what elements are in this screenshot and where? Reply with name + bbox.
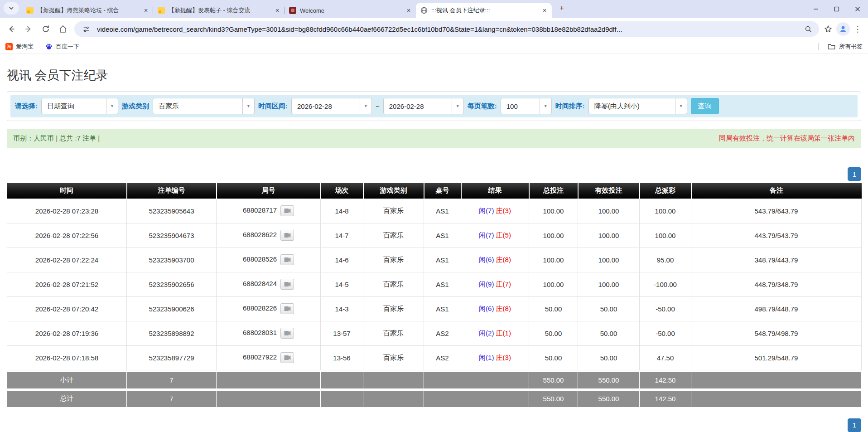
bookmark-baidu[interactable]: 百度一下: [45, 43, 79, 51]
total-total-bet: 550.00: [529, 390, 578, 407]
site-info-icon[interactable]: [80, 23, 92, 35]
bookmark-aitaobao[interactable]: 淘 爱淘宝: [5, 43, 34, 51]
sort-label: 时间排序:: [555, 102, 585, 111]
close-tab-icon[interactable]: ✕: [274, 7, 281, 14]
cell-time: 2026-02-28 07:19:36: [7, 321, 127, 345]
minimize-window-icon[interactable]: [805, 0, 826, 18]
cell-bet-id: 523235898892: [127, 321, 217, 345]
cell-session: 14-6: [321, 248, 363, 272]
col-payout: 总派彩: [640, 183, 691, 199]
tab-welcome[interactable]: Welcome ✕: [285, 3, 416, 18]
search-button[interactable]: 查询: [691, 98, 719, 114]
date-to-select[interactable]: 2026-02-28 ▼: [383, 98, 464, 114]
back-icon[interactable]: [4, 21, 19, 37]
cell-game-type: 百家乐: [363, 296, 424, 321]
tab-bet-record-active[interactable]: :::视讯 会员下注纪录::: ✕: [416, 3, 552, 18]
cell-time: 2026-02-28 07:20:42: [7, 296, 127, 321]
cell-result: 闲(9) 庄(7): [461, 272, 529, 296]
close-tab-icon[interactable]: ✕: [405, 7, 412, 14]
new-tab-button[interactable]: +: [555, 2, 568, 15]
cell-total-bet[interactable]: 100.00: [529, 199, 578, 223]
cell-total-bet[interactable]: 100.00: [529, 223, 578, 248]
round-video-button[interactable]: [280, 230, 294, 241]
profile-avatar-icon[interactable]: [836, 22, 850, 36]
cell-bet-id: 523235902656: [127, 272, 217, 296]
tab-search-button[interactable]: [4, 2, 19, 15]
col-note: 备注: [691, 183, 862, 199]
cell-round-id: 688027922: [217, 345, 321, 370]
table-row: 2026-02-28 07:18:58523235897729688027922…: [7, 345, 862, 370]
cell-total-bet[interactable]: 100.00: [529, 272, 578, 296]
cell-total-bet[interactable]: 50.00: [529, 321, 578, 345]
page-1-button[interactable]: 1: [848, 167, 861, 181]
date-to-value: 2026-02-28: [384, 102, 452, 110]
cell-session: 14-3: [321, 296, 363, 321]
all-bookmarks-label: 所有书签: [839, 43, 863, 51]
browser-menu-icon[interactable]: ⋮: [852, 24, 863, 34]
select-label: 请选择:: [15, 102, 38, 111]
round-video-button[interactable]: [280, 352, 294, 363]
round-video-button[interactable]: [280, 328, 294, 339]
close-tab-icon[interactable]: ✕: [541, 7, 548, 14]
col-bet-id: 注单编号: [127, 183, 217, 199]
video-camera-icon: [284, 208, 291, 214]
round-video-button[interactable]: [280, 279, 294, 290]
maximize-window-icon[interactable]: [826, 0, 847, 18]
date-from-value: 2026-02-28: [292, 102, 360, 110]
home-icon[interactable]: [55, 21, 71, 37]
tab-forum-2[interactable]: 【新提醒】发表帖子 - 综合交流 ✕: [153, 3, 285, 18]
bookmarks-divider: [818, 43, 819, 50]
subtotal-count: 7: [127, 372, 217, 388]
video-camera-icon: [284, 257, 291, 262]
game-type-select[interactable]: 百家乐 ▼: [153, 98, 255, 114]
url-bar[interactable]: videoie.com/game/betrecord_search/kind3?…: [74, 21, 819, 37]
cell-round-id: 688028526: [217, 248, 321, 272]
page-1-button[interactable]: 1: [848, 418, 861, 432]
result-banker: 庄(5): [496, 231, 511, 239]
subtotal-payout: 142.50: [640, 372, 691, 388]
cell-payout: -50.00: [640, 296, 691, 321]
round-video-button[interactable]: [280, 254, 294, 265]
cell-round-id: 688028424: [217, 272, 321, 296]
table-row: 2026-02-28 07:20:42523235900626688028226…: [7, 296, 862, 321]
cell-note: 498.79/448.79: [691, 296, 862, 321]
col-valid-bet: 有效投注: [578, 183, 640, 199]
cell-note: 348.79/443.79: [691, 248, 862, 272]
sort-select[interactable]: 降幂(由大到小) ▼: [588, 98, 687, 114]
col-round-id: 局号: [217, 183, 321, 199]
page-size-select[interactable]: 100 ▼: [501, 98, 552, 114]
url-text[interactable]: videoie.com/game/betrecord_search/kind3?…: [97, 25, 802, 33]
red-site-icon: [289, 7, 296, 14]
all-bookmarks[interactable]: 所有书签: [818, 43, 863, 51]
bookmarks-bar: 淘 爱淘宝 百度一下 所有书签: [0, 40, 868, 53]
cell-game-type: 百家乐: [363, 321, 424, 345]
bookmark-star-icon[interactable]: [822, 23, 834, 35]
zoom-icon[interactable]: [802, 23, 815, 35]
video-camera-icon: [284, 355, 291, 360]
cell-table-no: AS1: [424, 248, 461, 272]
cell-total-bet[interactable]: 50.00: [529, 345, 578, 370]
cell-valid-bet: 100.00: [578, 223, 640, 248]
query-type-select[interactable]: 日期查询 ▼: [41, 98, 118, 114]
round-video-button[interactable]: [280, 205, 294, 216]
reload-icon[interactable]: [38, 21, 53, 37]
total-payout: 142.50: [640, 390, 691, 407]
forum-yellow-icon: [158, 7, 165, 14]
round-video-button[interactable]: [280, 303, 294, 314]
forward-icon[interactable]: [21, 21, 36, 37]
cell-total-bet[interactable]: 100.00: [529, 248, 578, 272]
cell-game-type: 百家乐: [363, 199, 424, 223]
cell-total-bet[interactable]: 50.00: [529, 296, 578, 321]
subtotal-total-bet: 550.00: [529, 372, 578, 388]
date-from-select[interactable]: 2026-02-28 ▼: [291, 98, 372, 114]
video-camera-icon: [284, 282, 291, 287]
close-tab-icon[interactable]: ✕: [142, 7, 149, 14]
tab-forum-1[interactable]: 【新提醒】海燕策略论坛 - 综合 ✕: [22, 3, 153, 18]
caret-down-icon: ▼: [360, 98, 371, 114]
game-type-label: 游戏类别: [122, 102, 149, 111]
subtotal-valid-bet: 550.00: [578, 372, 640, 388]
close-window-icon[interactable]: [847, 0, 868, 18]
cell-game-type: 百家乐: [363, 248, 424, 272]
filter-bar: 请选择: 日期查询 ▼ 游戏类别 百家乐 ▼ 时间区间: 2026-02-28 …: [10, 95, 858, 117]
sort-value: 降幂(由大到小): [589, 102, 675, 111]
